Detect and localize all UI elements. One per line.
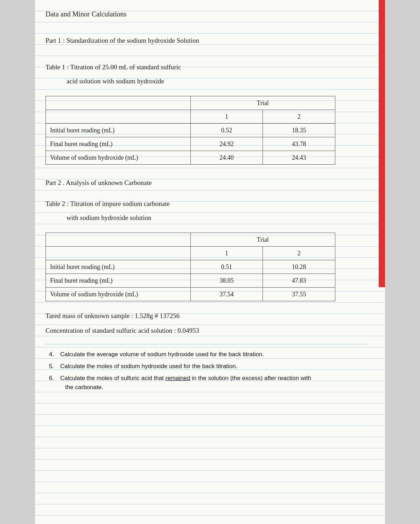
section-divider [46, 344, 368, 344]
list-num-4: 4. [49, 350, 60, 359]
list-item-6: 6. Calculate the moles of sulfuric acid … [49, 374, 368, 392]
table2-label-line2: with sodium hydroxide solution [46, 212, 368, 223]
list-text-5: Calculate the moles of sodium hydroxide … [60, 362, 238, 371]
list-item-5: 5. Calculate the moles of sodium hydroxi… [49, 362, 368, 371]
list-text-4: Calculate the average volume of sodium h… [60, 350, 264, 359]
table2-label-line1: Table 2 : Titration of impure sodium car… [46, 198, 368, 209]
table1-label-line1: Table 1 : Titration of 25.00 mL of stand… [46, 62, 368, 73]
table1-trial-header: Trial [190, 96, 335, 110]
table1-col2-header: 2 [263, 110, 335, 124]
table1-label-line2: acid solution with sodium hydroxide [46, 76, 368, 87]
table2-col1-header: 1 [190, 247, 263, 260]
part2-heading: Part 2 . Analysis of unknown Carbonate [46, 177, 368, 188]
table2: Trial 1 2 Initial buret reading (mL) 0.5… [46, 233, 335, 301]
lined-paper: Data and Minor Calculations Part 1 : Sta… [35, 0, 385, 524]
concentration-line: Concentration of standard sulfuric acid … [46, 325, 368, 336]
numbered-list: 4. Calculate the average volume of sodiu… [46, 350, 368, 392]
page-wrapper: Data and Minor Calculations Part 1 : Sta… [35, 0, 385, 524]
part1-heading: Part 1 : Standardization of the sodium h… [46, 35, 368, 46]
table1-col1-header: 1 [190, 110, 263, 124]
tared-mass-line: Tared mass of unknown sample : 1.528g # … [46, 310, 368, 322]
red-bar [379, 0, 385, 287]
table2-trial-header: Trial [190, 233, 335, 247]
page-title: Data and Minor Calculations [46, 8, 368, 20]
table-row: Final buret reading (mL) 24.92 43.78 [46, 137, 335, 151]
table-row: Initial buret reading (mL) 0.52 18.35 [46, 124, 335, 137]
table1: Trial 1 2 Initial buret reading (mL) 0.5… [46, 96, 335, 165]
underlined-remained: remained [165, 375, 190, 381]
list-text-6: Calculate the moles of sulfuric acid tha… [60, 374, 311, 392]
list-num-6: 6. [49, 374, 60, 392]
table-row: Volume of sodium hydroxide (mL) 37.54 37… [46, 288, 335, 301]
table-row: Volume of sodium hydroxide (mL) 24.40 24… [46, 151, 335, 165]
table-row: Final buret reading (mL) 38.05 47.83 [46, 274, 335, 288]
list-item-4: 4. Calculate the average volume of sodiu… [49, 350, 368, 359]
table2-col2-header: 2 [263, 247, 335, 260]
table-row: Initial buret reading (mL) 0.51 10.28 [46, 260, 335, 274]
list-num-5: 5. [49, 362, 60, 371]
